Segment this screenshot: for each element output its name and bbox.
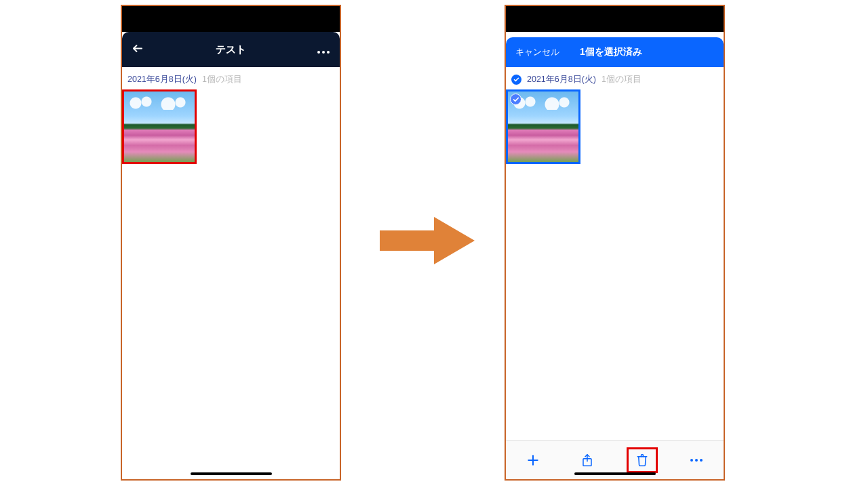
section-date: 2021年6月8日(火) [127, 74, 197, 85]
trash-button[interactable] [628, 449, 656, 472]
page-title: テスト [216, 43, 246, 56]
phone-after: キャンセル 1個を選択済み 2021年6月8日(火) 1個の項目 [505, 5, 725, 481]
content-area: 2021年6月8日(火) 1個の項目 [506, 67, 724, 440]
svg-point-9 [690, 459, 693, 462]
add-button[interactable] [519, 449, 547, 472]
home-indicator[interactable] [191, 472, 272, 475]
svg-point-1 [317, 51, 320, 54]
transition-arrow-icon [380, 217, 475, 264]
home-indicator[interactable] [574, 472, 656, 475]
more-button[interactable] [682, 449, 711, 472]
back-icon[interactable] [132, 43, 144, 57]
phone-before: テスト 2021年6月8日(火) 1個の項目 [121, 5, 341, 481]
content-area: 2021年6月8日(火) 1個の項目 [122, 67, 340, 479]
section-count: 1個の項目 [601, 74, 642, 85]
svg-point-10 [695, 459, 698, 462]
nav-bar: テスト [122, 32, 340, 67]
status-bar [506, 6, 724, 32]
photo-check-icon [510, 94, 521, 105]
more-icon[interactable] [317, 42, 330, 57]
cancel-button[interactable]: キャンセル [515, 46, 559, 58]
section-count: 1個の項目 [202, 74, 242, 85]
selection-nav-bar: キャンセル 1個を選択済み [506, 37, 724, 67]
share-button[interactable] [573, 449, 601, 472]
selection-title: 1個を選択済み [580, 46, 642, 58]
svg-point-3 [327, 51, 330, 54]
section-header: 2021年6月8日(火) 1個の項目 [123, 67, 338, 88]
section-header[interactable]: 2021年6月8日(火) 1個の項目 [507, 67, 722, 88]
status-bar [122, 6, 340, 32]
section-date: 2021年6月8日(火) [527, 74, 596, 85]
svg-point-2 [322, 51, 325, 54]
photo-thumbnail-selected[interactable] [507, 91, 579, 163]
svg-point-11 [700, 459, 703, 462]
photo-thumbnail[interactable] [123, 91, 195, 163]
svg-marker-4 [380, 217, 475, 264]
section-check-icon[interactable] [511, 75, 521, 85]
